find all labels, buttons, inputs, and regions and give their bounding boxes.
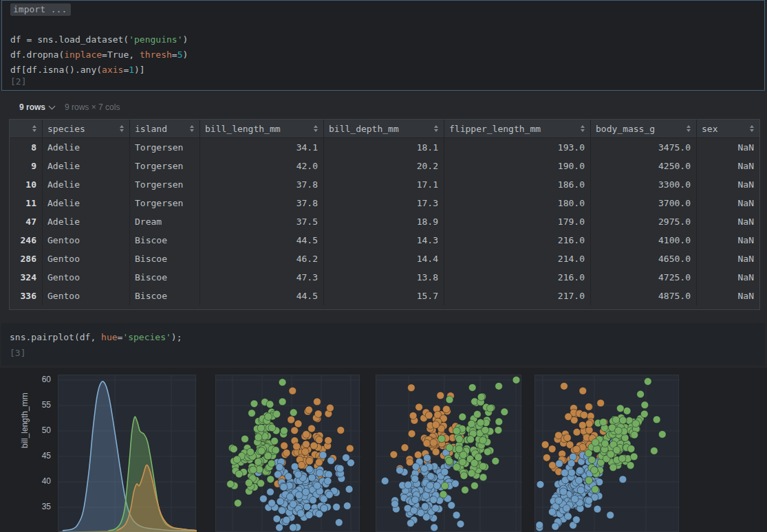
table-cell[interactable]: NaN [697, 175, 759, 194]
row-index-cell[interactable]: 8 [10, 138, 43, 157]
table-cell[interactable]: 46.2 [200, 250, 324, 268]
sort-icon[interactable] [434, 125, 438, 132]
table-cell[interactable]: 42.0 [200, 157, 324, 175]
column-header-flipper_length_mm[interactable]: flipper_length_mm [444, 120, 591, 137]
folded-import-region[interactable]: import ... [10, 3, 71, 16]
table-cell[interactable]: Torgersen [130, 194, 200, 212]
table-cell[interactable]: 3475.0 [591, 138, 697, 157]
table-cell[interactable]: 17.1 [324, 175, 444, 194]
table-cell[interactable]: Torgersen [130, 138, 200, 157]
table-cell[interactable]: NaN [697, 231, 759, 250]
table-row[interactable]: 336GentooBiscoe44.515.7217.04875.0NaN [10, 287, 759, 305]
table-cell[interactable]: NaN [697, 194, 759, 212]
table-row[interactable]: 47AdelieDream37.518.9179.02975.0NaN [10, 212, 759, 231]
table-cell[interactable]: 18.9 [324, 212, 444, 231]
table-cell[interactable]: 3700.0 [591, 194, 697, 212]
table-cell[interactable]: Biscoe [130, 231, 200, 250]
table-cell[interactable]: 4100.0 [591, 231, 697, 250]
table-cell[interactable]: Biscoe [130, 268, 200, 287]
column-header-sex[interactable]: sex [697, 120, 759, 137]
table-cell[interactable]: Dream [130, 212, 200, 231]
sort-icon[interactable] [120, 125, 124, 132]
table-row[interactable]: 324GentooBiscoe47.313.8216.04725.0NaN [10, 268, 759, 287]
column-header-species[interactable]: species [43, 120, 130, 137]
column-header-bill_depth_mm[interactable]: bill_depth_mm [324, 120, 444, 137]
table-cell[interactable]: NaN [697, 157, 759, 175]
table-cell[interactable]: 4725.0 [591, 268, 697, 287]
table-cell[interactable]: Adelie [43, 212, 130, 231]
table-cell[interactable]: 180.0 [444, 194, 591, 212]
sort-icon[interactable] [581, 125, 585, 132]
table-cell[interactable]: Gentoo [43, 250, 130, 268]
table-cell[interactable]: NaN [697, 212, 759, 231]
sort-icon[interactable] [32, 125, 36, 132]
code-cell-1[interactable]: [2] import ...df = sns.load_dataset('pen… [1, 0, 765, 91]
table-cell[interactable]: 186.0 [444, 175, 591, 194]
table-row[interactable]: 286GentooBiscoe46.214.4214.04650.0NaN [10, 250, 759, 268]
table-cell[interactable]: 4875.0 [591, 287, 697, 305]
column-header-bill_length_mm[interactable]: bill_length_mm [200, 120, 324, 137]
code-cell-2[interactable]: [3] sns.pairplot(df, hue='species'); [1, 323, 765, 366]
table-cell[interactable]: Adelie [43, 194, 130, 212]
table-cell[interactable]: NaN [697, 287, 759, 305]
table-cell[interactable]: 34.1 [200, 138, 324, 157]
table-cell[interactable]: 47.3 [200, 268, 324, 287]
table-cell[interactable]: 37.5 [200, 212, 324, 231]
table-cell[interactable]: Gentoo [43, 231, 130, 250]
table-cell[interactable]: 14.4 [324, 250, 444, 268]
sort-icon[interactable] [314, 125, 318, 132]
column-header-island[interactable]: island [130, 120, 200, 137]
table-cell[interactable]: 217.0 [444, 287, 591, 305]
dataframe-table[interactable]: speciesislandbill_length_mmbill_depth_mm… [9, 119, 760, 310]
table-cell[interactable]: Gentoo [43, 268, 130, 287]
row-index-cell[interactable]: 324 [10, 268, 43, 287]
table-cell[interactable]: Adelie [43, 175, 130, 194]
table-cell[interactable]: NaN [697, 138, 759, 157]
table-cell[interactable]: Adelie [43, 138, 130, 157]
table-row[interactable]: 9AdelieTorgersen42.020.2190.04250.0NaN [10, 157, 759, 175]
table-cell[interactable]: NaN [697, 250, 759, 268]
table-cell[interactable]: 216.0 [444, 268, 591, 287]
table-row[interactable]: 246GentooBiscoe44.514.3216.04100.0NaN [10, 231, 759, 250]
sort-icon[interactable] [190, 125, 194, 132]
table-cell[interactable]: 20.2 [324, 157, 444, 175]
table-cell[interactable]: NaN [697, 268, 759, 287]
row-index-cell[interactable]: 11 [10, 194, 43, 212]
table-cell[interactable]: 44.5 [200, 231, 324, 250]
column-header-index[interactable] [10, 120, 43, 137]
table-cell[interactable]: 3300.0 [591, 175, 697, 194]
row-index-cell[interactable]: 336 [10, 287, 43, 305]
rows-dropdown[interactable]: 9 rows [19, 102, 54, 112]
table-cell[interactable]: 17.3 [324, 194, 444, 212]
table-cell[interactable]: 15.7 [324, 287, 444, 305]
table-cell[interactable]: 190.0 [444, 157, 591, 175]
table-cell[interactable]: Biscoe [130, 250, 200, 268]
table-cell[interactable]: 37.8 [200, 175, 324, 194]
column-header-body_mass_g[interactable]: body_mass_g [591, 120, 697, 137]
row-index-cell[interactable]: 246 [10, 231, 43, 250]
table-cell[interactable]: Gentoo [43, 287, 130, 305]
table-row[interactable]: 11AdelieTorgersen37.817.3180.03700.0NaN [10, 194, 759, 212]
table-cell[interactable]: 214.0 [444, 250, 591, 268]
table-cell[interactable]: 13.8 [324, 268, 444, 287]
row-index-cell[interactable]: 10 [10, 175, 43, 194]
table-cell[interactable]: 4250.0 [591, 157, 697, 175]
table-cell[interactable]: Adelie [43, 157, 130, 175]
row-index-cell[interactable]: 9 [10, 157, 43, 175]
row-index-cell[interactable]: 47 [10, 212, 43, 231]
table-cell[interactable]: Biscoe [130, 287, 200, 305]
row-index-cell[interactable]: 286 [10, 250, 43, 268]
table-row[interactable]: 10AdelieTorgersen37.817.1186.03300.0NaN [10, 175, 759, 194]
table-cell[interactable]: 4650.0 [591, 250, 697, 268]
table-cell[interactable]: 216.0 [444, 231, 591, 250]
table-cell[interactable]: Torgersen [130, 157, 200, 175]
sort-icon[interactable] [687, 125, 691, 132]
table-cell[interactable]: 14.3 [324, 231, 444, 250]
table-row[interactable]: 8AdelieTorgersen34.118.1193.03475.0NaN [10, 138, 759, 157]
table-cell[interactable]: 193.0 [444, 138, 591, 157]
table-cell[interactable]: Torgersen [130, 175, 200, 194]
sort-icon[interactable] [750, 125, 754, 132]
table-cell[interactable]: 44.5 [200, 287, 324, 305]
table-cell[interactable]: 37.8 [200, 194, 324, 212]
table-cell[interactable]: 18.1 [324, 138, 444, 157]
